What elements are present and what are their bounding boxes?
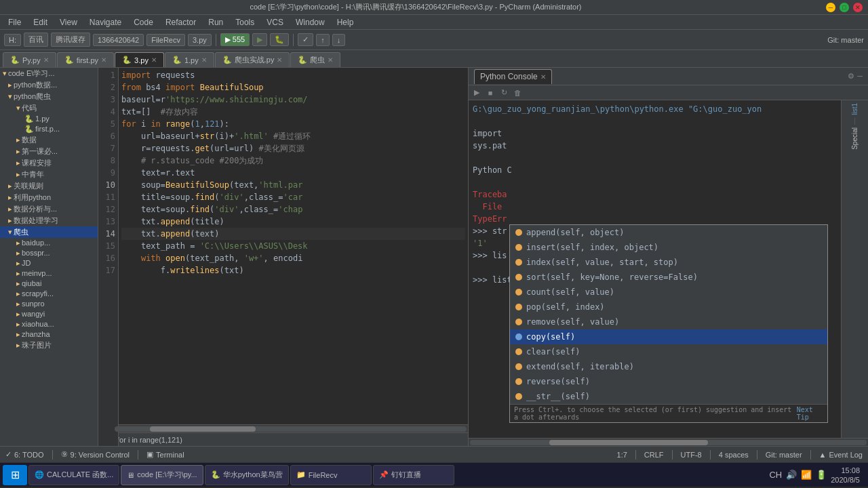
console-body[interactable]: G:\guo_zuo_yong_ruanjian_\python\python.… [469,100,841,438]
sidebar-root[interactable]: ▾code E\学习... [0,68,98,79]
minimize-button[interactable]: ─ [826,3,835,12]
sidebar-python-crawler[interactable]: ▾python爬虫 [0,91,98,102]
ac-item-pop[interactable]: pop(self, index) [510,300,827,314]
code-editor[interactable]: ▷ ● ▶ ↻ ⚠ + 1 2 3 4 5 6 7 8 9 10 1 [98,68,468,446]
toolbar-btn-id[interactable]: 1366420642 [93,34,144,46]
close-button[interactable]: ✕ [853,3,863,12]
sidebar-xiaohua[interactable]: ▸xiaohua... [0,319,98,329]
menu-edit[interactable]: Edit [28,16,53,28]
git-section[interactable]: Git: master [766,451,802,459]
tab-crawler-practice[interactable]: 🐍爬虫实战.py✕ [215,52,290,67]
taskbar-calculate[interactable]: 🌐 CALCULATE 函数... [28,465,119,485]
menu-tools[interactable]: Tools [230,16,260,28]
sidebar-crawler-selected[interactable]: ▾爬虫 [0,226,98,238]
toolbar-run-btn[interactable]: ▶ [252,33,267,46]
toolbar-debug-btn[interactable]: 🐛 [270,33,289,46]
menu-navigate[interactable]: Navigate [84,16,127,28]
sidebar-qiubai[interactable]: ▸qiubai [0,279,98,289]
console-toolbar-run[interactable]: ▶ [471,87,482,98]
taskbar-code[interactable]: 🖥 code [E:\学习\py... [121,465,203,485]
sidebar-meinv[interactable]: ▸meinvp... [0,268,98,279]
ac-next-tip[interactable]: Next Tip [797,406,823,421]
console-scroll-thumb[interactable] [549,440,708,445]
scroll-thumb[interactable] [150,426,256,432]
menu-file[interactable]: File [3,16,26,28]
menu-run[interactable]: Run [203,16,229,28]
panel-list1-label[interactable]: list1 [851,103,859,115]
start-button[interactable]: ⊞ [3,465,27,485]
menu-help[interactable]: Help [332,16,359,28]
sidebar-data-process[interactable]: ▸数据处理学习 [0,215,98,226]
menu-code[interactable]: Code [128,16,159,28]
ac-item-clear[interactable]: clear(self) [510,344,827,359]
console-settings-icon[interactable]: ⚙ [848,72,854,81]
sidebar-code-folder[interactable]: ▾代码 [0,102,98,114]
tab-pypy[interactable]: 🐍Py.py✕ [3,52,56,67]
ac-item-count[interactable]: count(self, value) [510,285,827,300]
ac-item-copy[interactable]: copy(self) [510,329,827,344]
sidebar-firstpy[interactable]: 🐍first.p... [0,124,98,134]
menu-view[interactable]: View [54,16,83,28]
taskbar-python[interactable]: 🐍 华水python菜鸟营 [205,465,289,485]
ac-item-reverse[interactable]: reverse(self) [510,374,827,389]
toolbar-run-config[interactable]: ▶ 555 [220,33,250,46]
console-close-icon[interactable]: ✕ [540,73,546,81]
ac-item-insert[interactable]: insert(self, index, object) [510,240,827,255]
ac-item-index[interactable]: index(self, value, start, stop) [510,255,827,270]
ac-item-str[interactable]: __str__(self) [510,389,827,404]
sidebar-youth[interactable]: ▸中青年 [0,169,98,180]
sidebar-data-analysis[interactable]: ▸数据分析与... [0,203,98,215]
tray-sound[interactable]: 🔊 [786,470,797,480]
terminal-section[interactable]: ▣ Terminal [146,450,184,459]
toolbar-btn-filerecv[interactable]: FileRecv [146,34,185,46]
ac-item-append[interactable]: append(self, object) [510,225,827,240]
tab-1py[interactable]: 🐍1.py✕ [165,52,214,67]
sidebar-use-python[interactable]: ▸利用python [0,192,98,203]
taskbar-filerecv[interactable]: 📁 FileRecv [290,465,372,485]
console-toolbar-stop[interactable]: ■ [485,87,496,98]
sidebar-course[interactable]: ▸课程安排 [0,157,98,169]
encoding-section[interactable]: UTF-8 [681,451,702,459]
sidebar-sun[interactable]: ▸sunpro [0,299,98,309]
crlf-section[interactable]: CRLF [644,451,664,459]
menu-refactor[interactable]: Refactor [160,16,201,28]
toolbar-btn-baidu[interactable]: 百讯 [24,33,48,47]
vcs-section[interactable]: ⑨ 9: Version Control [61,450,130,459]
sidebar-data[interactable]: ▸数据 [0,134,98,146]
ac-item-sort[interactable]: sort(self, key=None, reverse=False) [510,270,827,285]
panel-special-label[interactable]: Special [851,127,859,150]
code-content[interactable]: import requests from bs4 import Beautifu… [119,68,468,424]
sidebar-first-lesson[interactable]: ▸第一课必... [0,146,98,157]
sidebar-baidu[interactable]: ▸baidup... [0,238,98,248]
tray-battery[interactable]: 🔋 [816,470,827,480]
tab-crawler[interactable]: 🐍爬虫✕ [290,52,340,67]
indent-section[interactable]: 4 spaces [719,451,749,459]
console-minimize-icon[interactable]: ─ [857,72,863,81]
todo-section[interactable]: ✓ 6: TODO [5,450,44,459]
console-toolbar-clear[interactable]: 🗑 [512,87,523,98]
menu-vcs[interactable]: VCS [261,16,289,28]
sidebar-zhanzha[interactable]: ▸zhanzha [0,329,98,340]
sidebar-boss[interactable]: ▸bosspr... [0,248,98,258]
console-toolbar-reload[interactable]: ↻ [498,87,509,98]
ac-item-remove[interactable]: remove(self, value) [510,314,827,329]
toolbar-push-btn[interactable]: ↑ [316,34,330,46]
sidebar-scrapy[interactable]: ▸scrapyfi... [0,289,98,299]
taskbar-dingtalk[interactable]: 📌 钉钉直播 [373,465,454,485]
event-log-section[interactable]: ▲ Event Log [819,451,863,459]
toolbar-btn-cache[interactable]: 腾讯缓存 [51,33,90,47]
ac-item-extend[interactable]: extend(self, iterable) [510,359,827,374]
scroll-track[interactable] [115,426,467,432]
system-clock[interactable]: 15:08 2020/8/5 [831,466,860,485]
sidebar-pearl[interactable]: ▸珠子图片 [0,340,98,351]
maximize-button[interactable]: □ [840,3,849,12]
console-scroll-track[interactable] [470,440,867,445]
toolbar-btn-3py[interactable]: 3.py [188,34,212,46]
toolbar-pull-btn[interactable]: ↓ [332,34,346,46]
menu-window[interactable]: Window [290,16,330,28]
sidebar-jd[interactable]: ▸JD [0,258,98,268]
tray-network[interactable]: 📶 [801,470,812,480]
sidebar-assoc[interactable]: ▸关联规则 [0,180,98,192]
toolbar-btn-h[interactable]: H: [4,34,21,46]
tab-firstpy[interactable]: 🐍first.py✕ [57,52,114,67]
